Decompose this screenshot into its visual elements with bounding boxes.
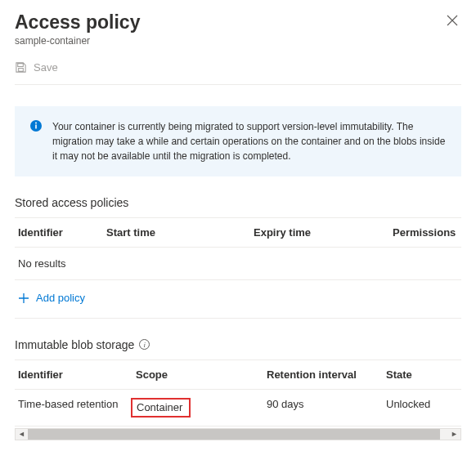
svg-rect-1 <box>35 125 37 129</box>
immutable-heading-text: Immutable blob storage <box>15 338 134 351</box>
scroll-track[interactable] <box>28 429 448 440</box>
plus-icon <box>18 292 29 304</box>
page-title: Access policy <box>15 11 140 33</box>
info-icon <box>29 119 43 132</box>
col-expiry-time: Expiry time <box>254 226 393 239</box>
cell-state: Unlocked <box>386 398 458 418</box>
col-scope: Scope <box>136 368 267 381</box>
info-icon[interactable]: i <box>139 339 150 350</box>
cell-identifier: Time-based retention <box>18 398 136 418</box>
col-start-time: Start time <box>106 226 254 239</box>
stored-policies-empty: No results <box>15 248 461 280</box>
stored-policies-header-row: Identifier Start time Expiry time Permis… <box>15 218 461 248</box>
close-icon <box>447 15 458 26</box>
migration-info-text: Your container is currently being migrat… <box>52 119 447 163</box>
save-icon <box>15 61 27 74</box>
cell-retention: 90 days <box>267 398 386 418</box>
stored-policies-table: Identifier Start time Expiry time Permis… <box>15 217 461 319</box>
scroll-right-icon[interactable]: ► <box>448 430 460 438</box>
migration-info-box: Your container is currently being migrat… <box>15 106 461 176</box>
horizontal-scrollbar[interactable]: ◄ ► <box>15 428 461 440</box>
save-label: Save <box>34 61 58 74</box>
scroll-thumb[interactable] <box>28 429 440 440</box>
table-row[interactable]: Time-based retention Container 90 days U… <box>15 390 461 426</box>
col-identifier: Identifier <box>18 226 106 239</box>
svg-point-2 <box>35 123 37 124</box>
close-button[interactable] <box>443 11 461 32</box>
toolbar-divider <box>15 84 461 85</box>
immutable-header-row: Identifier Scope Retention interval Stat… <box>15 360 461 390</box>
add-stored-policy-label: Add policy <box>36 292 85 304</box>
stored-policies-heading: Stored access policies <box>15 196 461 209</box>
col-state: State <box>386 368 458 381</box>
cell-scope: Container <box>131 398 191 418</box>
col-identifier: Identifier <box>18 368 136 381</box>
container-name: sample-container <box>15 35 140 47</box>
col-retention: Retention interval <box>267 368 386 381</box>
scroll-left-icon[interactable]: ◄ <box>16 430 28 438</box>
save-button[interactable]: Save <box>15 61 58 74</box>
add-stored-policy-button[interactable]: Add policy <box>18 292 85 304</box>
col-permissions: Permissions <box>393 226 458 239</box>
immutable-heading: Immutable blob storage i <box>15 338 461 351</box>
immutable-table: Identifier Scope Retention interval Stat… <box>15 359 461 452</box>
